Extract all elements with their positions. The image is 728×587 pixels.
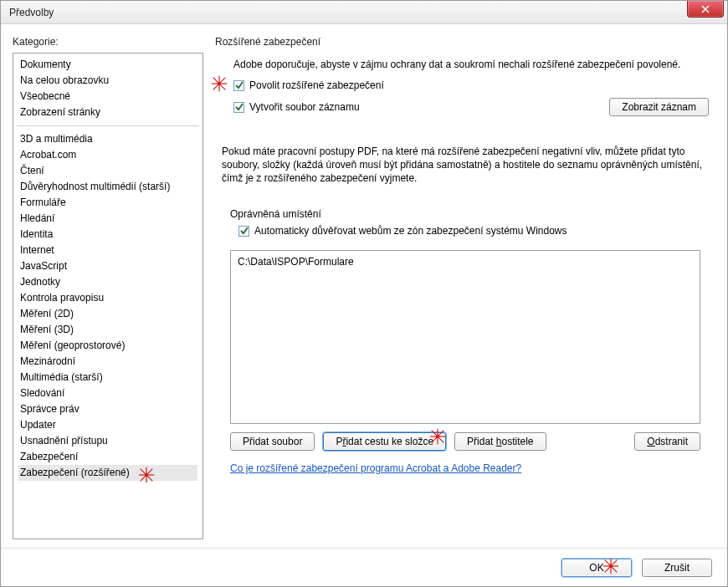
privileged-locations-title: Oprávněná umístění — [230, 208, 715, 220]
remove-button[interactable]: Odstranit — [634, 432, 700, 451]
category-item[interactable]: Důvěryhodnost multimédií (starší) — [18, 179, 197, 195]
help-link[interactable]: Co je rozšířené zabezpečení programu Acr… — [230, 462, 715, 474]
add-host-button[interactable]: Přidat hostitele — [454, 432, 546, 451]
category-item[interactable]: Hledání — [18, 211, 197, 227]
category-item[interactable]: Acrobat.com — [18, 147, 197, 163]
auto-trust-label: Automaticky důvěřovat webům ze zón zabez… — [254, 225, 567, 237]
category-column: Kategorie: DokumentyNa celou obrazovkuVš… — [13, 36, 203, 539]
category-item[interactable]: Dokumenty — [18, 57, 197, 73]
category-item[interactable]: Internet — [18, 242, 197, 258]
svg-line-7 — [213, 78, 226, 90]
panel-intro: Adobe doporučuje, abyste v zájmu ochrany… — [233, 58, 702, 71]
create-log-label: Vytvořit soubor záznamu — [249, 101, 360, 113]
category-item[interactable]: Zabezpečení (rozšířené) — [18, 465, 197, 481]
auto-trust-checkbox[interactable] — [238, 226, 249, 237]
locations-listbox[interactable]: C:\Data\ISPOP\Formulare — [230, 250, 700, 424]
show-log-button[interactable]: Zobrazit záznam — [609, 98, 709, 116]
category-item[interactable]: Updater — [18, 417, 197, 433]
close-button[interactable] — [687, 1, 724, 18]
settings-panel: Rozšířené zabezpečení Adobe doporučuje, … — [215, 36, 715, 539]
create-log-checkbox[interactable] — [233, 102, 244, 113]
privileged-locations-desc: Pokud máte pracovní postupy PDF, na kter… — [222, 145, 707, 185]
close-icon — [701, 5, 710, 13]
titlebar: Předvolby — [1, 1, 727, 24]
list-item[interactable]: C:\Data\ISPOP\Formulare — [238, 256, 693, 268]
svg-line-8 — [213, 78, 226, 90]
category-item[interactable]: Měření (2D) — [18, 306, 197, 322]
category-item[interactable]: Všeobecné — [18, 89, 197, 105]
ok-button[interactable]: OK — [561, 559, 632, 577]
check-icon — [235, 103, 244, 111]
category-list[interactable]: DokumentyNa celou obrazovkuVšeobecnéZobr… — [13, 53, 203, 539]
dialog-content: Kategorie: DokumentyNa celou obrazovkuVš… — [1, 24, 727, 548]
category-item[interactable]: Identita — [18, 227, 197, 242]
category-item[interactable]: Zabezpečení — [18, 449, 197, 465]
category-item[interactable]: 3D a multimédia — [18, 131, 197, 147]
category-item[interactable]: Multimédia (starší) — [18, 370, 197, 385]
locations-buttons: Přidat soubor Přidat cestu ke složce Při… — [230, 432, 700, 451]
panel-title: Rozšířené zabezpečení — [215, 36, 715, 48]
category-item[interactable]: Správce práv — [18, 401, 197, 417]
enable-enhanced-security-label: Povolit rozšířené zabezpečení — [249, 79, 384, 91]
enable-enhanced-security-row: Povolit rozšířené zabezpečení — [233, 79, 715, 91]
cancel-button[interactable]: Zrušit — [642, 559, 712, 577]
category-separator — [17, 125, 199, 126]
check-icon — [240, 227, 249, 235]
category-item[interactable]: Zobrazení stránky — [18, 105, 197, 120]
category-item[interactable]: Sledování — [18, 385, 197, 401]
category-item[interactable]: Formuláře — [18, 195, 197, 211]
category-label: Kategorie: — [13, 36, 203, 48]
category-item[interactable]: Kontrola pravopisu — [18, 290, 197, 306]
category-item[interactable]: Čtení — [18, 163, 197, 179]
category-item[interactable]: JavaScript — [18, 258, 197, 274]
add-folder-button[interactable]: Přidat cestu ke složce — [323, 432, 446, 451]
category-item[interactable]: Jednotky — [18, 274, 197, 290]
enable-enhanced-security-checkbox[interactable] — [233, 80, 244, 91]
add-file-button[interactable]: Přidat soubor — [230, 432, 315, 451]
category-item[interactable]: Měření (3D) — [18, 322, 197, 338]
category-item[interactable]: Na celou obrazovku — [18, 73, 197, 89]
window-title: Předvolby — [9, 7, 54, 18]
dialog-footer: OK Zrušit — [1, 548, 727, 586]
svg-point-9 — [218, 82, 221, 85]
category-item[interactable]: Usnadnění přístupu — [18, 433, 197, 449]
category-item[interactable]: Měření (geoprostorové) — [18, 338, 197, 354]
category-item[interactable]: Mezinárodní — [18, 354, 197, 370]
check-icon — [235, 81, 244, 89]
